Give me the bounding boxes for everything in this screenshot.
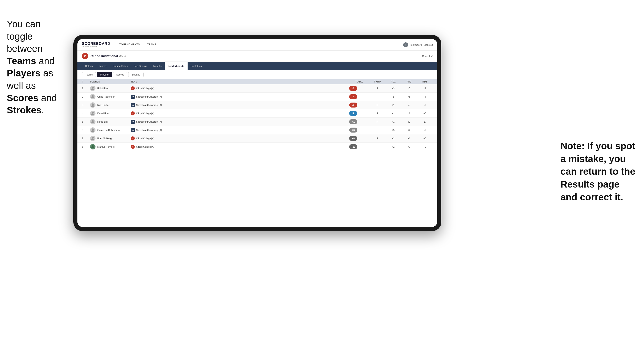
- rd1-7: +2: [385, 137, 401, 140]
- team-name-7: Clippd College [A]: [136, 137, 154, 140]
- tournament-title: Clippd Invitational: [90, 54, 118, 58]
- avatar-1: [90, 86, 96, 91]
- total-6: +6: [349, 128, 370, 133]
- avatar-3: [90, 102, 96, 108]
- logo-area: SCOREBOARD Powered by clippd: [82, 42, 110, 48]
- sign-out-link[interactable]: Sign out: [424, 43, 433, 46]
- team-name-3: Scoreboard University [A]: [136, 104, 162, 106]
- right-annotation: Note: If you spot a mistake, you can ret…: [560, 140, 637, 203]
- subnav-results[interactable]: Results: [150, 62, 165, 70]
- tablet-frame: SCOREBOARD Powered by clippd TOURNAMENTS…: [73, 35, 441, 231]
- subnav-teams[interactable]: Teams: [96, 62, 110, 70]
- score-badge-1: -8: [349, 86, 357, 91]
- logo-text: SCOREBOARD: [82, 42, 110, 46]
- subnav-printables[interactable]: Printables: [188, 62, 205, 70]
- score-badge-7: +8: [349, 136, 357, 141]
- user-label: Test User |: [410, 43, 422, 46]
- player-name-1: Elliot Ebert: [97, 87, 109, 90]
- rd3-8: +2: [417, 146, 433, 148]
- team-icon-6: SB: [131, 128, 135, 132]
- team-icon-4: C: [131, 111, 135, 115]
- left-annotation: You can toggle between Teams and Players…: [7, 18, 68, 117]
- avatar-5: [90, 119, 96, 124]
- team-name-8: Clippd College [A]: [136, 146, 154, 148]
- table-row: 2 Chris Robertson SB Scoreboard Universi…: [78, 93, 437, 101]
- team-name-5: Scoreboard University [A]: [136, 121, 162, 123]
- svg-point-7: [92, 137, 94, 139]
- top-nav-right: T Test User | Sign out: [403, 42, 433, 47]
- score-badge-3: -2: [349, 103, 357, 108]
- rd3-7: +6: [417, 137, 433, 140]
- svg-point-6: [92, 129, 94, 130]
- thru-4: F: [370, 112, 385, 115]
- player-3: Rich Butler: [90, 102, 131, 108]
- svg-point-8: [92, 145, 94, 147]
- bold-strokes: Strokes: [7, 105, 42, 115]
- toggle-players[interactable]: Players: [97, 72, 112, 77]
- svg-point-2: [92, 95, 94, 97]
- rank-7: 7: [82, 137, 90, 140]
- player-name-4: David Ford: [97, 112, 110, 115]
- rd3-1: -5: [417, 87, 433, 90]
- svg-point-5: [92, 120, 94, 122]
- cancel-button[interactable]: Cancel ✕: [422, 55, 433, 58]
- team-name-2: Scoreboard University [A]: [136, 96, 162, 98]
- team-7: C Clippd College [A]: [131, 136, 349, 141]
- total-3: -2: [349, 103, 370, 108]
- rd3-5: E: [417, 121, 433, 123]
- table-row: 5 Rees Britt SB Scoreboard University [A…: [78, 118, 437, 126]
- rd2-2: +5: [401, 96, 417, 98]
- player-name-5: Rees Britt: [97, 120, 108, 123]
- toggle-teams[interactable]: Teams: [82, 72, 96, 77]
- team-icon-3: SB: [131, 103, 135, 107]
- svg-point-3: [92, 103, 94, 105]
- team-name-1: Clippd College [A]: [136, 87, 154, 90]
- table-row: 1 Elliot Ebert C Clippd College [A] -8 F…: [78, 84, 437, 93]
- rank-1: 1: [82, 87, 90, 90]
- logo-sub: Powered by clippd: [82, 46, 110, 48]
- team-3: SB Scoreboard University [A]: [131, 103, 349, 107]
- team-icon-5: SB: [131, 120, 135, 124]
- col-player: PLAYER: [90, 80, 131, 83]
- rank-5: 5: [82, 121, 90, 123]
- team-8: C Clippd College [A]: [131, 145, 349, 149]
- col-rd2: RD2: [401, 80, 417, 83]
- player-8: Marcus Turners: [90, 144, 131, 150]
- total-1: -8: [349, 86, 370, 91]
- top-nav: SCOREBOARD Powered by clippd TOURNAMENTS…: [78, 39, 437, 51]
- nav-tournaments[interactable]: TOURNAMENTS: [116, 39, 144, 50]
- thru-2: F: [370, 96, 385, 98]
- rd2-3: -2: [401, 104, 417, 106]
- toggle-scores[interactable]: Scores: [113, 72, 127, 77]
- rd1-4: +1: [385, 112, 401, 115]
- rd1-6: +5: [385, 129, 401, 131]
- player-1: Elliot Ebert: [90, 86, 131, 91]
- col-rank: #: [82, 80, 90, 83]
- avatar-4: [90, 111, 96, 116]
- rd2-4: -4: [401, 112, 417, 115]
- avatar-8: [90, 144, 96, 150]
- rd2-8: +7: [401, 146, 417, 148]
- col-rd3: RD3: [417, 80, 433, 83]
- close-icon: ✕: [431, 55, 433, 58]
- subnav-details[interactable]: Details: [82, 62, 96, 70]
- rd2-7: +1: [401, 137, 417, 140]
- nav-teams[interactable]: TEAMS: [143, 39, 160, 50]
- subnav-leaderboards[interactable]: Leaderboards: [165, 62, 188, 70]
- table-header: # PLAYER TEAM TOTAL THRU RD1 RD2 RD3: [78, 79, 437, 84]
- right-annotation-text: Note: If you spot a mistake, you can ret…: [560, 141, 635, 202]
- rd1-1: +3: [385, 87, 401, 90]
- col-total: TOTAL: [349, 80, 370, 83]
- team-4: C Clippd College [A]: [131, 111, 349, 115]
- svg-point-4: [92, 112, 94, 114]
- user-avatar: T: [403, 42, 408, 47]
- tournament-icon: C: [82, 53, 88, 59]
- bold-scores: Scores: [7, 93, 38, 103]
- subnav-course-setup[interactable]: Course Setup: [110, 62, 131, 70]
- toggle-strokes[interactable]: Strokes: [128, 72, 143, 77]
- nav-items: TOURNAMENTS TEAMS: [116, 39, 160, 50]
- player-7: Blair McHarg: [90, 136, 131, 141]
- subnav-tee-groups[interactable]: Tee Groups: [131, 62, 150, 70]
- table-row: 6 Cameron Robertson SB Scoreboard Univer…: [78, 126, 437, 134]
- svg-point-1: [92, 87, 94, 89]
